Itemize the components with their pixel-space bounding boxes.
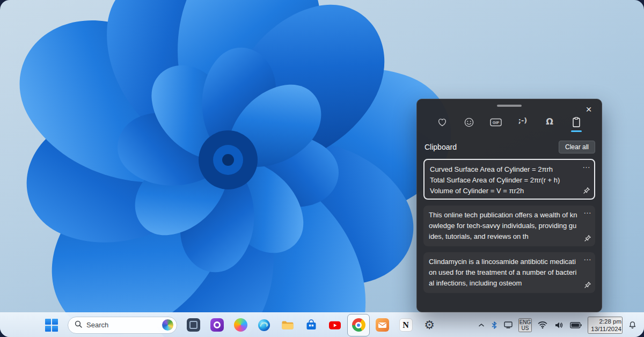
item-more-icon[interactable]: … — [582, 160, 591, 171]
clipboard-panel: × GIF ;-) — [416, 99, 602, 312]
tab-gif[interactable]: GIF — [488, 116, 504, 132]
desktop: × GIF ;-) — [0, 0, 644, 337]
clipboard-item-text: Curved Surface Area of Cylinder = 2πrh T… — [430, 164, 577, 196]
settings-icon[interactable]: ⚙ — [419, 314, 440, 336]
tab-kaomoji[interactable]: ;-) — [515, 116, 531, 132]
envelope-icon — [376, 318, 389, 332]
clipboard-item-text: Clindamycin is a lincosamide antibiotic … — [429, 257, 578, 289]
volume-icon[interactable] — [553, 320, 564, 330]
gif-icon: GIF — [489, 116, 502, 128]
taskbar-apps: N ⚙ — [41, 314, 440, 336]
smiley-icon — [463, 116, 475, 128]
notion-n-icon: N — [399, 318, 413, 332]
tab-recent[interactable] — [434, 116, 450, 132]
search-box[interactable] — [68, 317, 177, 334]
search-icon — [75, 320, 82, 330]
symbols-icon: Ω — [546, 116, 553, 127]
pin-icon[interactable] — [583, 187, 590, 196]
search-highlight-icon[interactable] — [162, 319, 173, 331]
battery-icon[interactable] — [569, 321, 583, 329]
edge-icon[interactable] — [253, 314, 275, 336]
mail-app-icon[interactable] — [371, 314, 393, 336]
pin-icon[interactable] — [584, 235, 591, 244]
notion-icon[interactable]: N — [395, 314, 416, 336]
clipboard-item-1[interactable]: Curved Surface Area of Cylinder = 2πrh T… — [423, 159, 595, 200]
purple-app-icon — [210, 318, 224, 332]
bluetooth-icon[interactable] — [491, 320, 498, 330]
pin-icon[interactable] — [584, 281, 591, 290]
edge-swirl-icon — [257, 318, 271, 332]
taskbar: N ⚙ ENG US — [0, 312, 644, 337]
tab-symbols[interactable]: Ω — [541, 116, 558, 132]
tray-time: 2:28 pm — [591, 318, 621, 325]
clipboard-icon — [570, 116, 582, 128]
kaomoji-icon: ;-) — [518, 116, 528, 124]
chrome-color-icon — [352, 318, 365, 332]
heart-icon — [436, 116, 448, 128]
clipboard-item-text: This online tech publication offers a we… — [429, 210, 578, 242]
clipboard-tabs: GIF ;-) Ω — [417, 116, 602, 132]
clipboard-item-3[interactable]: Clindamycin is a lincosamide antibiotic … — [423, 252, 595, 293]
folder-icon — [281, 318, 295, 332]
close-icon[interactable]: × — [581, 102, 596, 116]
youtube-play-icon — [328, 318, 342, 332]
tray-date: 13/11/2024 — [591, 325, 621, 333]
clipboard-item-2[interactable]: This online tech publication offers a we… — [423, 206, 595, 246]
clock-date[interactable]: 2:28 pm 13/11/2024 — [588, 317, 623, 334]
gear-icon: ⚙ — [424, 319, 435, 331]
item-more-icon[interactable]: … — [583, 252, 592, 263]
copilot-icon[interactable] — [230, 314, 251, 336]
chrome-icon[interactable] — [348, 314, 369, 336]
item-more-icon[interactable]: … — [583, 206, 592, 216]
language-indicator[interactable]: ENG US — [518, 318, 532, 332]
window-app-icon — [187, 318, 200, 332]
display-icon[interactable] — [503, 320, 514, 329]
clear-all-button[interactable]: Clear all — [559, 141, 595, 153]
tab-emoji[interactable] — [461, 116, 477, 132]
start-button[interactable] — [41, 314, 62, 336]
copilot-color-icon — [234, 318, 247, 332]
svg-text:GIF: GIF — [493, 120, 500, 125]
search-input[interactable] — [86, 321, 158, 329]
file-explorer-icon[interactable] — [277, 314, 298, 336]
app-window-icon[interactable] — [182, 314, 204, 336]
clipboard-header: Clipboard Clear all — [425, 141, 595, 153]
notification-bell-icon[interactable] — [627, 320, 638, 330]
clipchamp-icon[interactable] — [206, 314, 228, 336]
wifi-icon[interactable] — [537, 320, 548, 330]
clipboard-items: Curved Surface Area of Cylinder = 2πrh T… — [417, 159, 602, 293]
system-tray: ENG US 2:28 pm 13/11/2024 — [477, 317, 638, 334]
store-icon[interactable] — [301, 314, 322, 336]
windows-logo-icon — [45, 319, 58, 332]
clipboard-title: Clipboard — [425, 143, 457, 151]
tray-chevron-up-icon[interactable] — [477, 322, 486, 328]
store-bag-icon — [305, 319, 318, 332]
language-line-1: ENG — [519, 319, 531, 325]
youtube-icon[interactable] — [324, 314, 346, 336]
language-line-2: US — [519, 325, 531, 331]
tab-clipboard[interactable] — [568, 116, 584, 132]
screenshot-frame: × GIF ;-) — [0, 0, 644, 337]
panel-drag-handle[interactable] — [497, 105, 522, 107]
